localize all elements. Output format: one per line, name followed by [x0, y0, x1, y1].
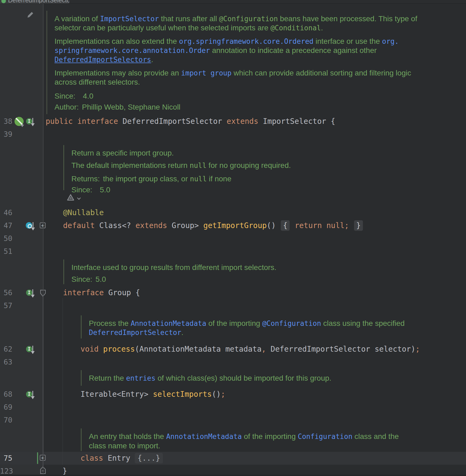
- code-line[interactable]: 39: [0, 128, 466, 141]
- class-javadoc-block-Entry: An entry that holds the AnnotationMetada…: [81, 428, 451, 451]
- code-line[interactable]: 51: [0, 245, 466, 258]
- line-number: 47: [0, 219, 12, 232]
- line-number: 63: [0, 356, 12, 369]
- arrow-down-icon: [30, 345, 35, 354]
- fold-collapsed-icon[interactable]: +: [40, 222, 46, 228]
- code-line[interactable]: 56 I interface Group {: [0, 286, 466, 299]
- doc-link[interactable]: Configuration: [298, 432, 352, 441]
- doc-text: 5.0: [96, 275, 106, 283]
- doc-text: @Conditional: [271, 24, 321, 32]
- doc-text: .: [321, 24, 323, 32]
- code-line[interactable]: 123 }: [0, 465, 466, 476]
- line-number: 68: [0, 388, 12, 401]
- doc-author-row: Author:Phillip Webb, Stephane Nicoll: [54, 103, 460, 112]
- doc-text: selector can be particularly useful when…: [54, 24, 271, 32]
- code-line[interactable]: 50: [0, 232, 466, 245]
- class-javadoc-block: A variation of ImportSelector that runs …: [46, 11, 460, 114]
- code-line[interactable]: 68 I Iterable<Entry> selectImports();: [0, 388, 466, 401]
- code-line-current[interactable]: 75 + class Entry {...}: [0, 452, 466, 465]
- doc-link[interactable]: entries: [126, 374, 156, 382]
- gutter-separator: [43, 4, 43, 476]
- doc-link[interactable]: springframework.core.annotation.Order: [54, 46, 210, 55]
- doc-text: .: [181, 328, 183, 337]
- method-javadoc-block-process: Process the AnnotationMetadata of the im…: [81, 315, 451, 338]
- line-number: 75: [0, 452, 12, 465]
- doc-text: class name to import.: [89, 442, 160, 450]
- doc-row: Implementations can also extend the org.…: [54, 37, 460, 46]
- doc-row: springframework.core.annotation.Order an…: [54, 46, 460, 55]
- line-number: 38: [0, 115, 12, 128]
- chevron-down-icon: [77, 197, 81, 200]
- editor-tab[interactable]: DeferredImportSelector.java: [0, 0, 69, 3]
- doc-text: A variation of: [54, 15, 100, 23]
- code-line[interactable]: 63: [0, 356, 466, 369]
- doc-row: Process the AnnotationMetadata of the im…: [89, 319, 451, 328]
- doc-row: DeferredImportSelector.: [89, 328, 451, 337]
- doc-link[interactable]: import group: [181, 69, 232, 77]
- doc-row: selector can be particularly useful when…: [54, 23, 460, 33]
- line-number: 51: [0, 245, 12, 258]
- doc-text: beans have been processed. This type of: [278, 15, 417, 23]
- code-line[interactable]: 69: [0, 401, 466, 414]
- spring-bean-caret-icon: [20, 125, 24, 127]
- doc-since-row: Since:5.0: [71, 185, 453, 194]
- doc-link[interactable]: @Configuration: [262, 319, 321, 327]
- tab-filename: DeferredImportSelector.java: [8, 0, 69, 3]
- doc-text: interface or use the: [314, 37, 382, 45]
- doc-text: Since:: [54, 92, 75, 100]
- inlay-actions[interactable]: [67, 193, 83, 203]
- line-number: 46: [0, 206, 12, 219]
- code-line[interactable]: 62 I void process(AnnotationMetadata met…: [0, 343, 466, 356]
- doc-row: The default implementations return null …: [71, 161, 453, 170]
- doc-link[interactable]: ImportSelector: [100, 15, 159, 23]
- doc-text: Since:: [71, 275, 92, 283]
- doc-text: for no grouping required.: [206, 161, 291, 170]
- doc-link[interactable]: DeferredImportSelector: [89, 329, 181, 337]
- doc-link[interactable]: org.springframework.core.Ordered: [179, 37, 314, 45]
- code-line[interactable]: 38 I public interface DeferredImportSele…: [0, 115, 466, 128]
- code-line[interactable]: 47 + default Class<? extends Group> getI…: [0, 219, 466, 232]
- doc-text: null: [190, 161, 206, 170]
- editor-tab-bar: DeferredImportSelector.java: [0, 0, 466, 3]
- doc-link[interactable]: DeferredImportSelectors: [54, 56, 151, 64]
- doc-text: if none: [207, 175, 231, 183]
- doc-row: An entry that holds the AnnotationMetada…: [89, 432, 451, 441]
- code-line[interactable]: 46 @Nullable: [0, 206, 466, 219]
- line-number: 50: [0, 232, 12, 245]
- method-javadoc-block-getImportGroup: Return a specific import group. The defa…: [63, 145, 453, 190]
- line-number: 56: [0, 286, 12, 299]
- arrow-down-icon: [30, 390, 35, 399]
- doc-text: across different selectors.: [54, 78, 140, 86]
- doc-text: of which class(es) should be imported fo…: [155, 374, 331, 382]
- doc-text: The default implementations return: [71, 161, 190, 170]
- doc-link[interactable]: AnnotationMetadata: [166, 432, 242, 441]
- doc-text: class and the: [352, 432, 399, 441]
- code-line[interactable]: 57: [0, 299, 466, 312]
- ide-editor-window: DeferredImportSelector.java A variation …: [0, 0, 466, 476]
- doc-link[interactable]: AnnotationMetadata: [131, 319, 206, 327]
- line-number: 69: [0, 401, 12, 414]
- doc-row: A variation of ImportSelector that runs …: [54, 14, 460, 23]
- edit-javadoc-pencil-icon[interactable]: [26, 11, 34, 19]
- doc-row: Implementations may also provide an impo…: [54, 68, 460, 78]
- arrow-down-icon: [30, 289, 35, 298]
- doc-text: Interface used to group results from dif…: [71, 263, 276, 272]
- doc-link[interactable]: org.: [382, 37, 399, 45]
- doc-text: .: [151, 55, 153, 64]
- code-line[interactable]: 70: [0, 414, 466, 427]
- doc-row: Interface used to group results from dif…: [71, 263, 453, 272]
- doc-text: Process the: [89, 319, 131, 327]
- doc-text: Author:: [54, 103, 79, 111]
- doc-row: across different selectors.: [54, 78, 460, 87]
- line-number: 39: [0, 128, 12, 141]
- line-number: 62: [0, 343, 12, 356]
- doc-row: Return a specific import group.: [71, 149, 453, 158]
- doc-since-row: Since:5.0: [71, 275, 453, 284]
- doc-text: class using the specified: [321, 319, 405, 327]
- indent-guide: [63, 298, 63, 465]
- fold-collapsed-icon[interactable]: +: [40, 455, 46, 461]
- doc-text: Returns:: [71, 175, 100, 183]
- line-number: 70: [0, 414, 12, 427]
- doc-text: @Configuration: [219, 15, 278, 23]
- file-status-dot: [1, 0, 6, 3]
